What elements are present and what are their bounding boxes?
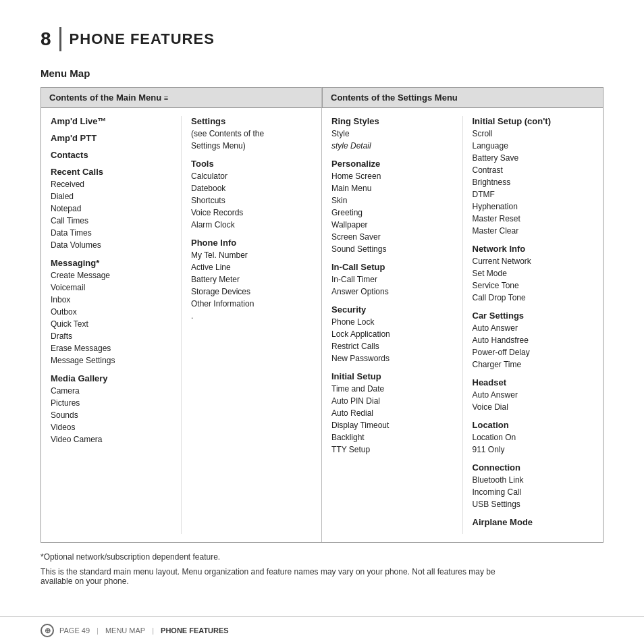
personalize-item: Home Screen (331, 170, 453, 182)
ring-styles-item: Style (331, 128, 453, 140)
incall-setup-item: Answer Options (331, 286, 453, 298)
messaging-item: Drafts (51, 330, 171, 342)
messaging-item: Voicemail (51, 281, 171, 294)
initial-setup-group: Initial Setup Time and Date Auto PIN Dia… (331, 371, 453, 456)
connection-group: Connection Bluetooth Link Incoming Call … (473, 462, 594, 510)
footnote-2: This is the standard main menu layout. M… (41, 567, 603, 586)
main-menu-header: Contents of the Main Menu ≡ (41, 87, 322, 108)
main-menu-sub-col-2: Settings (see Contents of the Settings M… (181, 116, 321, 534)
recent-calls-item: Call Times (51, 215, 171, 227)
phone-info-item: Battery Meter (191, 273, 312, 286)
network-info-item: Call Drop Tone (473, 292, 594, 304)
headset-group: Headset Auto Answer Voice Dial (473, 377, 594, 413)
chapter-divider (59, 27, 61, 51)
personalize-title: Personalize (331, 159, 453, 169)
car-settings-item: Auto Handsfree (473, 334, 594, 346)
messaging-item: Quick Text (51, 318, 171, 330)
phone-info-dot: . (191, 310, 312, 322)
phone-info-title: Phone Info (191, 238, 312, 248)
initial-setup-item: Auto PIN Dial (331, 395, 453, 407)
footer-bar: ⊕ PAGE 49 | MENU MAP | PHONE FEATURES (0, 616, 644, 644)
personalize-item: Greeting (331, 207, 453, 219)
main-menu-sub-col-1: Amp'd Live™ Amp'd PTT Contacts Recent Ca… (41, 116, 181, 534)
settings-sub-col-2: Initial Setup (con't) Scroll Language Ba… (462, 116, 603, 534)
footer-page: PAGE 49 (59, 626, 90, 635)
contacts-group: Contacts (51, 150, 171, 160)
headset-title: Headset (473, 377, 594, 387)
footer-chapter: PHONE FEATURES (161, 626, 229, 635)
initial-setup-cont-item: Scroll (473, 128, 594, 140)
initial-setup-cont-group: Initial Setup (con't) Scroll Language Ba… (473, 116, 594, 237)
connection-item: Incoming Call (473, 486, 594, 498)
security-item: New Passwords (331, 352, 453, 365)
section-title: Menu Map (41, 68, 603, 79)
chapter-number: 8 (41, 28, 51, 50)
initial-setup-cont-title: Initial Setup (con't) (473, 116, 594, 126)
media-gallery-item: Camera (51, 385, 171, 397)
initial-setup-item: TTY Setup (331, 444, 453, 456)
tools-item: Voice Records (191, 207, 312, 219)
connection-title: Connection (473, 462, 594, 473)
media-gallery-item: Videos (51, 421, 171, 433)
settings-menu-header: Contents of the Settings Menu (322, 87, 603, 108)
car-settings-item: Charger Time (473, 358, 594, 371)
car-settings-item: Power-off Delay (473, 346, 594, 358)
tools-item: Calculator (191, 170, 312, 182)
ampd-ptt-group: Amp'd PTT (51, 133, 171, 143)
tools-item: Datebook (191, 182, 312, 194)
footer-sep-2: | (152, 626, 154, 635)
messaging-item: Erase Messages (51, 342, 171, 354)
phone-info-group: Phone Info My Tel. Number Active Line Ba… (191, 238, 312, 322)
initial-setup-cont-item: Battery Save (473, 152, 594, 164)
media-gallery-group: Media Gallery Camera Pictures Sounds Vid… (51, 373, 171, 446)
airplane-mode-title: Airplane Mode (473, 517, 594, 527)
security-title: Security (331, 304, 453, 315)
initial-setup-item: Display Timeout (331, 419, 453, 431)
tools-item: Alarm Clock (191, 219, 312, 231)
incall-setup-item: In-Call Timer (331, 273, 453, 286)
ring-styles-group: Ring Styles Style style Detail (331, 116, 453, 152)
initial-setup-cont-item: Contrast (473, 164, 594, 176)
ampd-ptt-title: Amp'd PTT (51, 133, 171, 143)
personalize-item: Screen Saver (331, 231, 453, 243)
personalize-item: Wallpaper (331, 219, 453, 231)
settings-subtitle: (see Contents of the (191, 128, 312, 140)
recent-calls-item: Dialed (51, 190, 171, 203)
phone-info-item: Other Information (191, 298, 312, 310)
network-info-item: Set Mode (473, 267, 594, 279)
car-settings-title: Car Settings (473, 311, 594, 321)
footer-section: MENU MAP (105, 626, 145, 635)
initial-setup-item: Auto Redial (331, 407, 453, 419)
location-item: Location On (473, 431, 594, 444)
incall-setup-title: In-Call Setup (331, 262, 453, 272)
headset-item: Auto Answer (473, 389, 594, 401)
media-gallery-item: Video Camera (51, 433, 171, 446)
airplane-mode-group: Airplane Mode (473, 517, 594, 527)
settings-group: Settings (see Contents of the Settings M… (191, 116, 312, 152)
footnote-1: *Optional network/subscription dependent… (41, 552, 603, 562)
connection-item: Bluetooth Link (473, 474, 594, 486)
messaging-title: Messaging* (51, 258, 171, 268)
security-group: Security Phone Lock Lock Application Res… (331, 304, 453, 365)
messaging-item: Create Message (51, 269, 171, 281)
initial-setup-cont-item: Master Clear (473, 225, 594, 237)
initial-setup-item: Time and Date (331, 383, 453, 395)
headset-item: Voice Dial (473, 401, 594, 413)
chapter-title: PHONE FEATURES (70, 30, 215, 48)
ampd-live-title: Amp'd Live™ (51, 116, 171, 126)
phone-info-item: Active Line (191, 261, 312, 273)
personalize-item: Skin (331, 194, 453, 207)
messaging-item: Inbox (51, 294, 171, 306)
initial-setup-cont-item: Master Reset (473, 213, 594, 225)
table-body: Amp'd Live™ Amp'd PTT Contacts Recent Ca… (41, 108, 603, 543)
location-title: Location (473, 420, 594, 430)
settings-menu-column: Ring Styles Style style Detail Personali… (322, 108, 603, 542)
ring-styles-title: Ring Styles (331, 116, 453, 126)
messaging-item: Message Settings (51, 354, 171, 367)
initial-setup-title: Initial Setup (331, 371, 453, 381)
initial-setup-item: Backlight (331, 431, 453, 444)
recent-calls-item: Data Volumes (51, 239, 171, 251)
phone-info-item: Storage Devices (191, 286, 312, 298)
media-gallery-item: Sounds (51, 409, 171, 421)
network-info-title: Network Info (473, 244, 594, 254)
